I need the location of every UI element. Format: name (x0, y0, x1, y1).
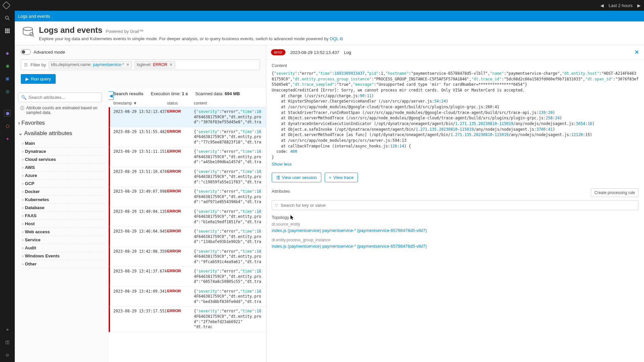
breadcrumb-title[interactable]: Logs and events (18, 14, 50, 19)
left-rail: ◆ ◉ ▣ ◎ ⬢ ⬡ ✦ » ◫ ☺ (0, 11, 15, 21)
time-back-icon[interactable]: ◀ (600, 3, 604, 8)
svg-point-0 (5, 16, 8, 19)
time-fwd-icon[interactable]: ▶ (637, 3, 641, 8)
svg-line-1 (8, 19, 9, 20)
search-icon[interactable] (4, 15, 11, 21)
top-bar: ◀ Last 2 hours ▶ (0, 0, 644, 11)
timerange-label[interactable]: Last 2 hours (608, 3, 633, 8)
dynatrace-logo-icon[interactable] (2, 1, 10, 9)
breadcrumb: Logs and events (0, 11, 644, 21)
